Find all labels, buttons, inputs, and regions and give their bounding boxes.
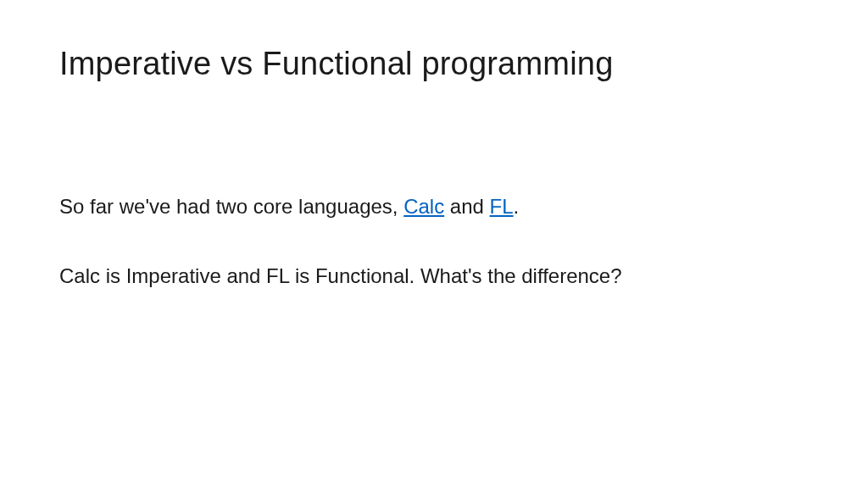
paragraph-2: Calc is Imperative and FL is Functional.… (59, 262, 809, 291)
slide-title: Imperative vs Functional programming (59, 46, 809, 82)
paragraph-1-suffix: . (514, 195, 520, 218)
paragraph-1: So far we've had two core languages, Cal… (59, 192, 809, 221)
link-fl[interactable]: FL (490, 195, 514, 218)
link-calc[interactable]: Calc (403, 195, 444, 218)
paragraph-1-mid: and (444, 195, 489, 218)
paragraph-1-prefix: So far we've had two core languages, (59, 195, 403, 218)
